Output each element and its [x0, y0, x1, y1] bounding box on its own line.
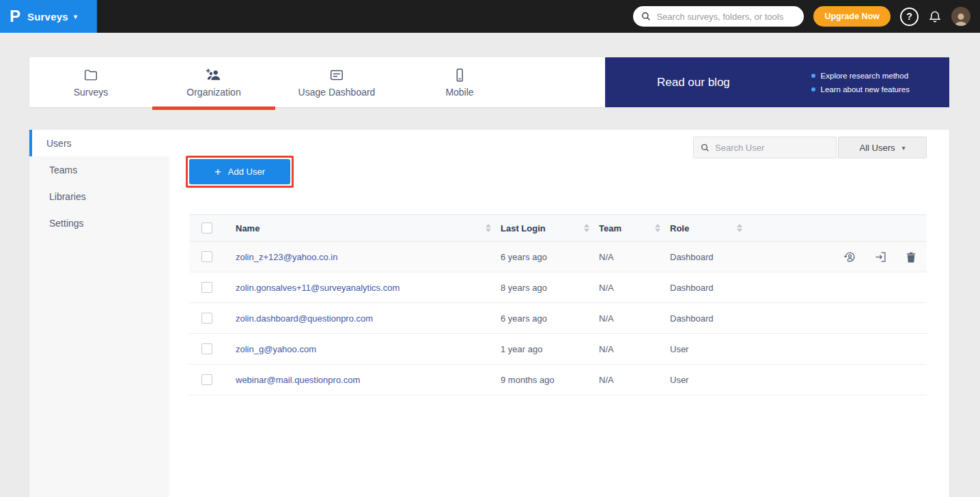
- add-people-icon: [206, 68, 222, 83]
- banner-bullet: Learn about new features: [811, 85, 910, 94]
- column-header-last-login[interactable]: Last Login: [501, 215, 599, 242]
- sidebar-item-libraries[interactable]: Libraries: [29, 183, 169, 210]
- sort-icon: [584, 224, 589, 232]
- last-login-cell: 8 years ago: [501, 272, 599, 303]
- delete-user-button[interactable]: [905, 251, 917, 264]
- sidebar-item-users[interactable]: Users: [29, 130, 169, 156]
- users-main: All Users ▾ + Add User Name: [169, 130, 949, 497]
- sidebar-item-teams[interactable]: Teams: [29, 156, 169, 183]
- column-label: Last Login: [501, 223, 546, 233]
- bell-icon: [928, 10, 942, 23]
- table-header-row: Name Last Login Team Role: [189, 215, 927, 242]
- search-user-input[interactable]: [715, 143, 829, 153]
- add-user-highlight-box: + Add User: [186, 156, 294, 188]
- tab-mobile[interactable]: Mobile: [398, 57, 521, 107]
- role-cell: Dashboard: [670, 272, 752, 303]
- team-cell: N/A: [599, 334, 670, 365]
- mobile-icon: [452, 68, 467, 83]
- row-checkbox[interactable]: [201, 374, 212, 385]
- global-search-input[interactable]: [656, 12, 796, 22]
- add-user-button[interactable]: + Add User: [189, 159, 290, 184]
- sort-icon: [655, 224, 660, 232]
- column-header-team[interactable]: Team: [599, 215, 670, 242]
- search-icon: [641, 12, 651, 21]
- row-actions: [752, 251, 927, 264]
- team-cell: N/A: [599, 365, 670, 395]
- bullet-dot-icon: [811, 87, 815, 91]
- column-header-role[interactable]: Role: [670, 215, 752, 242]
- help-button[interactable]: ?: [900, 8, 919, 26]
- tab-label: Usage Dashboard: [298, 87, 376, 98]
- last-login-cell: 1 year ago: [501, 334, 599, 365]
- bullet-text: Learn about new features: [821, 85, 910, 94]
- tab-label: Mobile: [445, 87, 473, 98]
- tab-label: Organization: [186, 87, 240, 98]
- dashboard-icon: [329, 68, 344, 83]
- table-row: zolin.dashboard@questionpro.com 6 years …: [189, 303, 927, 334]
- bullet-text: Explore research method: [821, 72, 908, 80]
- organization-panel: Users Teams Libraries Settings All Users…: [29, 130, 949, 497]
- tab-surveys[interactable]: Surveys: [29, 57, 152, 107]
- tab-organization[interactable]: Organization: [152, 57, 275, 107]
- row-checkbox[interactable]: [201, 313, 212, 324]
- upgrade-now-button[interactable]: Upgrade Now: [813, 6, 891, 27]
- module-nav-card: Surveys Organization Usage Dashboard Mob…: [29, 57, 949, 107]
- column-header-name[interactable]: Name: [236, 215, 501, 242]
- users-toolbar: All Users ▾: [693, 137, 927, 158]
- tab-usage-dashboard[interactable]: Usage Dashboard: [275, 57, 398, 107]
- role-cell: Dashboard: [670, 303, 752, 334]
- trash-icon: [905, 251, 917, 264]
- questionpro-logo: P: [10, 7, 20, 26]
- read-our-blog-link[interactable]: Read our blog: [657, 76, 730, 89]
- chevron-down-icon: ▾: [901, 144, 905, 152]
- table-row: zolin_g@yahoo.com 1 year ago N/A User: [189, 334, 927, 365]
- login-as-user-icon: [843, 251, 856, 264]
- all-users-dropdown[interactable]: All Users ▾: [838, 137, 927, 158]
- last-login-cell: 9 months ago: [501, 365, 599, 395]
- enter-account-button[interactable]: [874, 251, 887, 264]
- team-cell: N/A: [599, 272, 670, 303]
- user-name-link[interactable]: zolin_z+123@yahoo.co.in: [236, 252, 337, 262]
- role-cell: User: [670, 334, 752, 365]
- blog-banner-bullets: Explore research method Learn about new …: [811, 72, 910, 94]
- search-icon: [701, 143, 710, 152]
- plus-icon: +: [214, 165, 221, 179]
- team-cell: N/A: [599, 303, 670, 334]
- notifications-button[interactable]: [928, 10, 942, 23]
- users-table: Name Last Login Team Role: [189, 214, 927, 395]
- tab-label: Surveys: [74, 87, 109, 98]
- bullet-dot-icon: [811, 74, 815, 78]
- table-row: zolin_z+123@yahoo.co.in 6 years ago N/A …: [189, 242, 927, 272]
- app-switcher[interactable]: P Surveys ▾: [0, 0, 97, 33]
- row-checkbox[interactable]: [201, 282, 212, 293]
- user-name-link[interactable]: zolin.gonsalves+11@surveyanalytics.com: [236, 283, 400, 293]
- user-name-link[interactable]: zolin_g@yahoo.com: [236, 344, 316, 354]
- topbar-actions: Upgrade Now ?: [633, 6, 980, 27]
- sort-icon: [486, 224, 491, 232]
- role-cell: User: [670, 365, 752, 395]
- sidebar-item-settings[interactable]: Settings: [29, 210, 169, 236]
- person-silhouette-icon: [953, 12, 968, 26]
- module-tabs: Surveys Organization Usage Dashboard Mob…: [29, 57, 521, 107]
- column-label: Name: [236, 223, 260, 233]
- select-all-checkbox[interactable]: [201, 223, 212, 233]
- topbar: P Surveys ▾ Upgrade Now ?: [0, 0, 980, 33]
- user-name-link[interactable]: webinar@mail.questionpro.com: [236, 375, 360, 385]
- row-checkbox[interactable]: [201, 343, 212, 354]
- team-cell: N/A: [599, 242, 670, 272]
- row-checkbox[interactable]: [201, 251, 212, 262]
- last-login-cell: 6 years ago: [501, 242, 599, 272]
- column-label: Role: [670, 223, 689, 233]
- user-avatar[interactable]: [951, 7, 970, 26]
- filter-selected-label: All Users: [859, 143, 895, 153]
- user-name-link[interactable]: zolin.dashboard@questionpro.com: [236, 313, 373, 324]
- global-search[interactable]: [633, 6, 804, 27]
- organization-sidebar: Users Teams Libraries Settings: [29, 130, 169, 497]
- sort-icon: [737, 224, 742, 232]
- blog-banner: Read our blog Explore research method Le…: [605, 57, 949, 107]
- folder-icon: [83, 68, 98, 83]
- login-as-user-button[interactable]: [843, 251, 856, 264]
- search-user-box[interactable]: [693, 137, 837, 158]
- chevron-down-icon: ▾: [74, 12, 78, 21]
- column-label: Team: [599, 223, 621, 233]
